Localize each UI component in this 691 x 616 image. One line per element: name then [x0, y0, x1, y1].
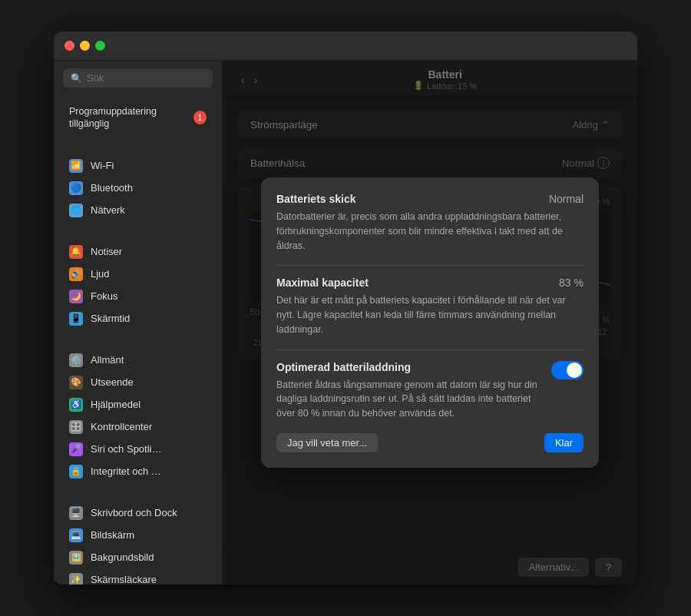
sidebar-display-section: 🖥️ Skrivbord och Dock 💻 Bildskärm 🖼️ Bak…	[54, 497, 222, 585]
minimize-button[interactable]	[80, 41, 90, 51]
modal-optimized-text: Optimerad batteriladdning Batteriet åldr…	[276, 361, 551, 421]
sidebar-label-notiser: Notiser	[91, 246, 122, 257]
sidebar-item-wifi[interactable]: 📶 Wi-Fi	[58, 155, 217, 177]
modal-skick-title: Batteriets skick	[276, 193, 356, 205]
sidebar-item-notiser[interactable]: 🔔 Notiser	[58, 241, 217, 263]
skarmtid-icon: 📱	[69, 312, 83, 326]
maximize-button[interactable]	[95, 41, 105, 51]
modal-divider-2	[276, 349, 584, 350]
titlebar	[54, 31, 637, 61]
modal-section-capacity: Maximal kapacitet 83 % Det här är ett må…	[276, 277, 584, 336]
search-input[interactable]	[87, 72, 205, 84]
search-box[interactable]: 🔍	[63, 68, 213, 88]
done-button[interactable]: Klar	[544, 433, 584, 452]
sidebar-label-fokus: Fokus	[91, 290, 117, 302]
sidebar-item-fokus[interactable]: 🌙 Fokus	[58, 286, 217, 307]
battery-health-modal: Batteriets skick Normal Datorbatterier ä…	[261, 177, 599, 468]
main-panel: ‹ › Batteri 🔋 Laddar: 15 % Strömsparläge…	[223, 61, 637, 585]
sidebar-system2-section: ⚙️ Allmänt 🎨 Utseende ♿ Hjälpmedel 🎛️ Ko…	[54, 344, 222, 488]
sidebar-item-natverk[interactable]: 🌐 Nätverk	[58, 200, 217, 221]
sidebar-label-allman: Allmänt	[91, 354, 124, 366]
modal-divider-1	[276, 265, 584, 266]
utseende-icon: 🎨	[69, 376, 83, 389]
modal-capacity-body: Det här är ett mått på batteriets kapaci…	[276, 293, 584, 336]
sidebar: 🔍 Programuppdatering tillgänglig 1 📶 Wi-…	[54, 61, 223, 585]
sidebar-label-integritet: Integritet och …	[91, 465, 161, 477]
sidebar-item-skarmtid[interactable]: 📱 Skärmtid	[58, 308, 217, 330]
sidebar-prefs-section: 🔔 Notiser 🔊 Ljud 🌙 Fokus 📱 Skärmtid	[54, 236, 222, 335]
bluetooth-icon: 🔵	[69, 181, 83, 195]
modal-optimized-header: Optimerad batteriladdning	[276, 361, 542, 373]
sidebar-label-skrivbord: Skrivbord och Dock	[91, 507, 177, 518]
sidebar-label-wifi: Wi-Fi	[91, 160, 114, 171]
modal-capacity-value: 83 %	[559, 277, 584, 289]
sidebar-label-bluetooth: Bluetooth	[91, 182, 133, 194]
modal-optimized-title: Optimerad batteriladdning	[276, 361, 411, 373]
bildskarm-icon: 💻	[69, 528, 83, 542]
update-badge: 1	[193, 111, 207, 124]
network-icon: 🌐	[69, 204, 83, 217]
sidebar-item-hjalpmedel[interactable]: ♿ Hjälpmedel	[58, 394, 217, 416]
siri-icon: 🎤	[69, 442, 83, 456]
sidebar-label-hjalpmedel: Hjälpmedel	[91, 399, 141, 410]
modal-capacity-title: Maximal kapacitet	[276, 277, 369, 289]
optimized-toggle[interactable]	[551, 361, 584, 379]
sidebar-item-siri[interactable]: 🎤 Siri och Spotli…	[58, 439, 217, 460]
wifi-icon: 📶	[69, 159, 83, 173]
fokus-icon: 🌙	[69, 290, 83, 303]
modal-capacity-header: Maximal kapacitet 83 %	[276, 277, 584, 289]
ljud-icon: 🔊	[69, 267, 83, 281]
sidebar-label-bakgrund: Bakgrundsbild	[91, 551, 154, 563]
sidebar-item-update[interactable]: Programuppdatering tillgänglig 1	[58, 101, 217, 135]
sidebar-network-section: 📶 Wi-Fi 🔵 Bluetooth 🌐 Nätverk	[54, 150, 222, 227]
sidebar-label-siri: Siri och Spotli…	[91, 443, 161, 455]
main-window: 🔍 Programuppdatering tillgänglig 1 📶 Wi-…	[54, 31, 637, 585]
search-icon: 🔍	[71, 73, 82, 84]
sidebar-item-skrivbord[interactable]: 🖥️ Skrivbord och Dock	[58, 502, 217, 524]
modal-overlay: Batteriets skick Normal Datorbatterier ä…	[223, 61, 637, 585]
modal-skick-body: Datorbatterier är, precis som alla andra…	[276, 210, 584, 253]
notiser-icon: 🔔	[69, 245, 83, 259]
traffic-lights	[64, 41, 105, 51]
sidebar-item-utseende[interactable]: 🎨 Utseende	[58, 372, 217, 393]
sidebar-label-utseende: Utseende	[91, 376, 134, 388]
modal-section-skick-header: Batteriets skick Normal	[276, 193, 584, 205]
modal-section-optimized: Optimerad batteriladdning Batteriet åldr…	[276, 361, 584, 421]
sidebar-item-integritet[interactable]: 🔒 Integritet och …	[58, 461, 217, 482]
sidebar-item-allman[interactable]: ⚙️ Allmänt	[58, 349, 217, 371]
sidebar-label-ljud: Ljud	[91, 268, 110, 280]
bakgrund-icon: 🖼️	[69, 551, 83, 565]
kontroll-icon: 🎛️	[69, 420, 83, 434]
sidebar-label-skarmtid: Skärmtid	[91, 313, 130, 324]
sidebar-label-skarmsla: Skärmsläckare	[91, 574, 157, 585]
allman-icon: ⚙️	[69, 353, 83, 367]
sidebar-label-bildskarm: Bildskärm	[91, 529, 134, 541]
sidebar-item-ljud[interactable]: 🔊 Ljud	[58, 263, 217, 285]
hjalpmedel-icon: ♿	[69, 398, 83, 412]
sidebar-label-kontroll: Kontrollcenter	[91, 421, 152, 432]
sidebar-label-natverk: Nätverk	[91, 204, 125, 216]
skrivbord-icon: 🖥️	[69, 506, 83, 520]
sidebar-item-skarmsla[interactable]: ✨ Skärmsläckare	[58, 569, 217, 585]
modal-optimized-row: Optimerad batteriladdning Batteriet åldr…	[276, 361, 584, 421]
skarmsla-icon: ✨	[69, 573, 83, 585]
learn-more-button[interactable]: Jag vill veta mer...	[276, 433, 378, 452]
sidebar-item-bildskarm[interactable]: 💻 Bildskärm	[58, 525, 217, 546]
sidebar-item-bakgrund[interactable]: 🖼️ Bakgrundsbild	[58, 547, 217, 568]
modal-section-skick: Batteriets skick Normal Datorbatterier ä…	[276, 193, 584, 253]
close-button[interactable]	[64, 41, 74, 51]
integritet-icon: 🔒	[69, 465, 83, 479]
update-label: Programuppdatering tillgänglig	[69, 105, 193, 131]
sidebar-item-bluetooth[interactable]: 🔵 Bluetooth	[58, 177, 217, 199]
modal-footer: Jag vill veta mer... Klar	[276, 433, 584, 452]
sidebar-system-section: Programuppdatering tillgänglig 1	[54, 95, 222, 141]
modal-optimized-body: Batteriet åldras långsammare genom att d…	[276, 378, 542, 421]
sidebar-item-kontroll[interactable]: 🎛️ Kontrollcenter	[58, 416, 217, 438]
modal-skick-value: Normal	[549, 193, 584, 205]
content-area: 🔍 Programuppdatering tillgänglig 1 📶 Wi-…	[54, 61, 637, 585]
